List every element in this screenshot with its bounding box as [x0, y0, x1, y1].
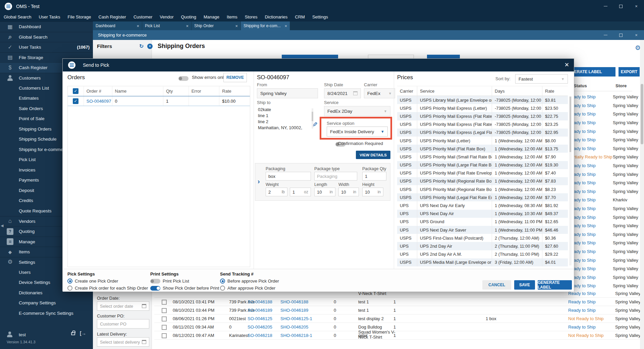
status-link[interactable]: Ready to Ship: [568, 180, 613, 185]
edit-pencil-icon[interactable]: ✎: [312, 121, 318, 129]
shipping-order-link[interactable]: SHO-0046205: [280, 325, 308, 330]
sale-order-link[interactable]: SO-0046125: [248, 316, 272, 321]
status-link[interactable]: Partially Ready to Ship: [568, 154, 613, 159]
radio-icon[interactable]: [67, 286, 72, 291]
status-link[interactable]: Ready to Ship: [568, 223, 613, 228]
price-row[interactable]: USPS USPS Priority Mail (Regional Rate B…: [397, 185, 568, 193]
menu-item[interactable]: Quoting: [177, 12, 200, 21]
sale-order-link[interactable]: SO-0046218: [248, 333, 272, 338]
scrollbar-thumb[interactable]: [570, 97, 571, 152]
carrier-select[interactable]: FedEx ▼: [364, 88, 395, 98]
row-checkbox[interactable]: [162, 333, 167, 338]
grid-row[interactable]: Ready to Ship Spring Valley: [566, 273, 640, 282]
row-checkbox[interactable]: [162, 316, 167, 321]
select-all-checkbox[interactable]: ✓: [73, 88, 78, 94]
save-button[interactable]: SAVE: [514, 280, 535, 290]
grid-row[interactable]: Ready to Ship Spring Valley: [566, 110, 640, 118]
status-link[interactable]: Not Ready to Ship: [568, 333, 604, 338]
status-link[interactable]: Ready to Ship: [568, 232, 613, 237]
menu-item[interactable]: Vendor: [156, 12, 177, 21]
grid-row[interactable]: Ready to Ship Spring Valley: [566, 136, 640, 144]
grid-row[interactable]: Ready to Ship Spring Valley: [566, 282, 640, 290]
order-link[interactable]: SO-0046097: [84, 96, 112, 106]
toggle-on-icon[interactable]: [150, 286, 160, 291]
close-button[interactable]: ×: [629, 0, 644, 12]
price-row[interactable]: UPS UPS 2nd Day Air A.M. 2 (Thursday, 11…: [397, 250, 568, 258]
grid-row[interactable]: Ready to Ship Spring Valley: [566, 127, 640, 136]
menu-item[interactable]: Dictionaries: [261, 12, 291, 21]
grid-row[interactable]: Ready to Ship Spring Valley: [566, 187, 640, 196]
status-link[interactable]: Ready to Ship: [568, 206, 613, 211]
lock-icon[interactable]: [71, 332, 75, 335]
package-qty-input[interactable]: 1: [362, 172, 386, 181]
status-link[interactable]: Ready to Ship: [568, 291, 596, 296]
status-link[interactable]: Ready to Ship: [568, 103, 613, 108]
row-checkbox[interactable]: [162, 308, 167, 313]
status-link[interactable]: Ready to Ship: [568, 275, 613, 280]
menu-item[interactable]: Manage: [200, 12, 223, 21]
price-row[interactable]: UPS UPS Next Day Air 1 (Wednesday, 10:30…: [397, 210, 568, 218]
price-row[interactable]: USPS USPS Media Mail (Large Envelope or …: [397, 258, 568, 266]
grid-row[interactable]: Ready to Ship Spring Valley: [566, 93, 640, 101]
subwindow-restore-button[interactable]: [613, 30, 629, 40]
price-row[interactable]: USPS USPS Priority Mail (Large Flat Rate…: [397, 161, 568, 169]
customer-po-input[interactable]: Customer PO: [97, 319, 149, 329]
sale-order-link[interactable]: SO-0046188: [248, 299, 272, 304]
view-details-button[interactable]: VIEW DETAILS: [356, 151, 390, 159]
price-row[interactable]: USPS USPS Priority Mail Express (Letter)…: [397, 104, 568, 112]
service-option-select[interactable]: FedEx Inside Delivery ▼: [327, 127, 388, 137]
sidebar-item[interactable]: Company Settings: [0, 298, 93, 308]
sale-order-link[interactable]: SO-0046189: [248, 308, 272, 313]
status-link[interactable]: Ready to Ship: [568, 240, 613, 245]
sidebar-item[interactable]: Global Search: [0, 32, 93, 42]
sort-by-select[interactable]: Fastest ▼: [515, 74, 568, 84]
status-link[interactable]: Ready to Ship: [568, 163, 613, 168]
status-link[interactable]: Ready to Ship: [568, 215, 613, 220]
grid-row[interactable]: Ready to Ship Spring Valley: [566, 101, 640, 110]
pick-option-1[interactable]: Create one Pick Order: [67, 279, 118, 284]
order-grid-row[interactable]: 08/11/2021 09:34 AM 0 SO-0046205 SHO-004…: [154, 323, 640, 331]
grid-row[interactable]: Ready to Ship Spring Valley: [566, 247, 640, 256]
pick-option-2[interactable]: Create Pick order for each Ship Order: [67, 286, 148, 291]
price-row[interactable]: USPS USPS Priority Mail (Flat Rate Envel…: [397, 169, 568, 177]
logout-icon[interactable]: [→: [80, 331, 86, 336]
filters-close-icon[interactable]: ✕: [147, 44, 153, 49]
from-input[interactable]: Spring Valley: [257, 88, 318, 98]
latest-delivery-input[interactable]: Select latest delivery: [97, 337, 149, 347]
radio-icon[interactable]: [220, 286, 225, 291]
package-type-input[interactable]: Packaging: [314, 172, 357, 181]
status-link[interactable]: Ready to Ship: [568, 111, 613, 116]
status-link[interactable]: Ready to Ship: [568, 120, 613, 125]
grid-row[interactable]: Partially Ready to Ship Spring Valley: [566, 153, 640, 161]
grid-row[interactable]: Ready to Ship Spring Valley: [566, 230, 640, 239]
grid-row[interactable]: Ready to Ship Spring Valley: [566, 264, 640, 273]
height-input[interactable]: 10 in: [362, 188, 383, 196]
status-link[interactable]: Ready to Ship: [568, 249, 613, 254]
grid-row[interactable]: Ready to Ship Spring Valley: [566, 256, 640, 264]
status-link[interactable]: Ready to Ship: [568, 137, 613, 142]
order-grid-row[interactable]: 08/10/2021 03:41 PM 739 Park Ave SO-0046…: [154, 298, 640, 306]
generate-label-button[interactable]: GENERATE LABEL: [538, 280, 572, 290]
grid-row[interactable]: Ready to Ship Spring Valley: [566, 204, 640, 213]
status-link[interactable]: Not Ready to Ship: [568, 316, 604, 321]
service-select[interactable]: FedEx 2Day ▼: [324, 106, 390, 116]
tab-close-icon[interactable]: ×: [137, 23, 139, 29]
order-grid-row[interactable]: 08/10/2021 03:44 PM 739 Park Ave SO-0046…: [154, 306, 640, 314]
price-row[interactable]: USPS USPS Priority Mail Express (Legal F…: [397, 129, 568, 137]
tracking-option-1[interactable]: Before approve Pick Order: [220, 279, 279, 284]
weight-oz-input[interactable]: 1 oz: [290, 188, 311, 196]
price-row[interactable]: USPS USPS First-Class Mail (Postcard) 2 …: [397, 234, 568, 242]
shipping-order-link[interactable]: SHO-0046188: [280, 299, 308, 304]
grid-row[interactable]: Ready to Ship Spring Valley: [566, 118, 640, 127]
remove-button[interactable]: REMOVE: [223, 73, 247, 82]
tab[interactable]: Dashboard ×: [93, 21, 142, 30]
price-row[interactable]: USPS USPS Priority Mail (Small Flat Rate…: [397, 153, 568, 161]
calendar-icon[interactable]: [142, 304, 146, 308]
ship-date-input[interactable]: 8/24/2021: [324, 88, 361, 98]
menu-item[interactable]: Stores: [241, 12, 261, 21]
print-option-2[interactable]: Show Pick Order before Print: [150, 286, 219, 291]
tab-close-icon[interactable]: ×: [235, 23, 238, 29]
status-link[interactable]: Ready to Ship: [568, 258, 613, 263]
grid-row[interactable]: Ready to Ship Spring Valley: [566, 239, 640, 247]
grid-row[interactable]: Ready to Ship Spring Valley: [566, 161, 640, 170]
